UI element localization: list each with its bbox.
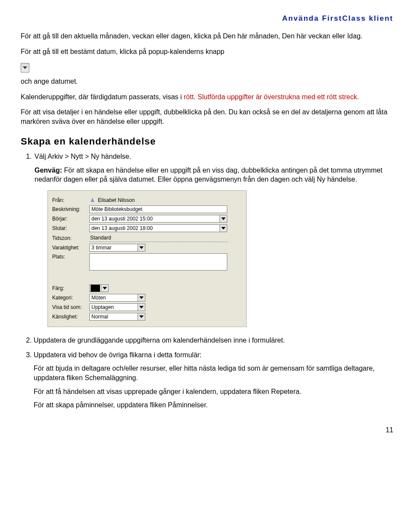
step-3-text: Uppdatera vid behov de övriga flikarna i… — [34, 351, 202, 359]
value-from: Elisabet Nilsson — [97, 197, 135, 204]
intro-p3-d: Slutförda uppgifter är överstrukna med e… — [198, 93, 359, 101]
form-row-showtime: Visa tid som: Upptagen — [52, 303, 242, 311]
label-sensitivity: Känslighet: — [52, 313, 89, 320]
event-form-panel: Från: ♟ Elisabet Nilsson Beskrivning: Mö… — [47, 190, 247, 327]
value-duration: 3 timmar — [91, 244, 112, 251]
step-3-sub3: För att skapa påminnelser, uppdatera fli… — [34, 400, 393, 410]
form-row-description: Beskrivning: Möte Biblioteksbudget — [52, 205, 242, 213]
step-1-text: Välj Arkiv > Nytt > Ny händelse. — [34, 153, 131, 160]
step-3-sub2: För att få händelsen att visas upprepade… — [34, 387, 393, 397]
value-sensitivity: Normal — [91, 313, 108, 320]
intro-p3-c: . — [194, 93, 198, 101]
chevron-down-icon[interactable] — [138, 244, 145, 251]
input-duration[interactable]: 3 timmar — [89, 244, 145, 252]
value-showtime: Upptagen — [91, 304, 114, 311]
label-duration: Varaktighet: — [52, 244, 89, 251]
step-1: Välj Arkiv > Nytt > Ny händelse. Genväg:… — [34, 152, 393, 327]
input-category[interactable]: Möten — [89, 294, 145, 302]
input-timezone[interactable]: Standard — [89, 234, 228, 242]
form-row-from: Från: ♟ Elisabet Nilsson — [52, 197, 242, 204]
form-row-sensitivity: Känslighet: Normal — [52, 313, 242, 321]
input-showtime[interactable]: Upptagen — [89, 303, 145, 311]
chevron-down-icon[interactable] — [138, 294, 145, 301]
chevron-down-icon[interactable] — [220, 225, 227, 232]
chevron-down-icon[interactable] — [101, 285, 108, 292]
step-2: Uppdatera de grundläggande uppgifterna o… — [34, 336, 393, 345]
value-starts: den 13 augusti 2002 15:00 — [91, 215, 153, 222]
label-ends: Slutar: — [52, 225, 89, 232]
intro-p4: För att visa detaljer i en händelse elle… — [21, 107, 393, 126]
value-description: Möte Biblioteksbudget — [91, 206, 142, 213]
input-sensitivity[interactable]: Normal — [89, 313, 145, 321]
input-color[interactable] — [89, 284, 109, 292]
value-timezone: Standard — [90, 234, 111, 241]
person-icon: ♟ — [89, 197, 95, 203]
form-row-duration: Varaktighet: 3 timmar — [52, 244, 242, 252]
form-row-timezone: Tidszon: Standard — [52, 234, 242, 242]
label-from: Från: — [52, 197, 89, 204]
intro-p3-a: Kalenderuppgifter, där färdigdatum passe… — [21, 93, 184, 101]
form-row-ends: Slutar: den 13 augusti 2002 18:00 — [52, 224, 242, 232]
step-2-text: Uppdatera de grundläggande uppgifterna o… — [34, 337, 285, 344]
label-showtime: Visa tid som: — [52, 304, 89, 311]
form-row-category: Kategori: Möten — [52, 294, 242, 302]
label-timezone: Tidszon: — [52, 235, 89, 242]
chevron-down-icon[interactable] — [138, 304, 145, 311]
label-description: Beskrivning: — [52, 206, 89, 213]
form-row-location: Plats: — [52, 253, 242, 271]
input-ends[interactable]: den 13 augusti 2002 18:00 — [89, 224, 227, 232]
section-title: Skapa en kalenderhändelse — [21, 135, 393, 148]
label-category: Kategori: — [52, 294, 89, 301]
form-row-starts: Börjar: den 13 augusti 2002 15:00 — [52, 215, 242, 223]
chevron-down-icon[interactable] — [138, 313, 145, 320]
shortcut-text: För att skapa en händelse eller en uppgi… — [34, 167, 383, 183]
step-1-shortcut: Genväg: För att skapa en händelse eller … — [34, 166, 393, 184]
intro-p1: För att gå till den aktuella månaden, ve… — [21, 31, 393, 41]
intro-p3: Kalenderuppgifter, där färdigdatum passe… — [21, 92, 393, 102]
input-location[interactable] — [89, 253, 227, 271]
color-swatch — [91, 285, 100, 292]
value-ends: den 13 augusti 2002 18:00 — [91, 225, 153, 232]
label-location: Plats: — [52, 253, 89, 260]
intro-p3-red: rött — [184, 93, 194, 101]
chevron-down-icon[interactable] — [220, 215, 227, 222]
shortcut-label: Genväg: — [34, 167, 64, 174]
input-description[interactable]: Möte Biblioteksbudget — [89, 205, 227, 213]
step-3: Uppdatera vid behov de övriga flikarna i… — [34, 350, 393, 410]
step-3-sub1: För att bjuda in deltagare och/eller res… — [34, 364, 393, 382]
form-row-color: Färg: — [52, 284, 242, 292]
calendar-popup-button[interactable] — [21, 63, 29, 72]
label-color: Färg: — [52, 285, 89, 292]
intro-p2b: och ange datumet. — [21, 77, 393, 86]
intro-p2a: För att gå till ett bestämt datum, klick… — [21, 47, 393, 57]
page-header: Använda FirstClass klient — [21, 14, 393, 24]
value-category: Möten — [91, 294, 106, 301]
page-number: 11 — [21, 425, 393, 435]
input-starts[interactable]: den 13 augusti 2002 15:00 — [89, 215, 227, 223]
label-starts: Börjar: — [52, 215, 89, 222]
